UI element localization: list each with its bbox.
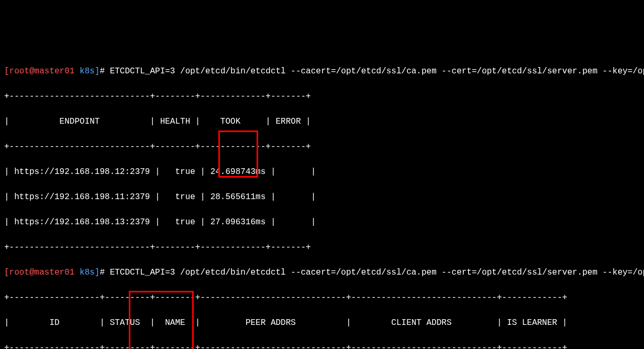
table1-row-3: | https://192.168.198.13:2379 | true | 2…: [4, 216, 640, 228]
table2-header: | ID | STATUS | NAME | PEER ADDRS | CLIE…: [4, 317, 640, 329]
prompt-hash: #: [99, 67, 109, 76]
table1-border-mid: +----------------------------+--------+-…: [4, 140, 640, 153]
terminal-output: [root@master01 k8s]# ETCDCTL_API=3 /opt/…: [4, 52, 640, 349]
table1-border-bottom: +----------------------------+--------+-…: [4, 241, 640, 254]
table1-row-2: | https://192.168.198.11:2379 | true | 2…: [4, 191, 640, 203]
prompt-user: [root@master01: [4, 67, 74, 76]
prompt-line-1: [root@master01 k8s]# ETCDCTL_API=3 /opt/…: [4, 65, 640, 78]
prompt-hash-2: #: [99, 268, 109, 277]
table2-border-mid: +------------------+---------+--------+-…: [4, 342, 640, 349]
table1-border-top: +----------------------------+--------+-…: [4, 90, 640, 103]
table1-header: | ENDPOINT | HEALTH | TOOK | ERROR |: [4, 115, 640, 128]
prompt-path-2: k8s]: [74, 268, 99, 277]
table2-border-top: +------------------+---------+--------+-…: [4, 291, 640, 304]
command-2: ETCDCTL_API=3 /opt/etcd/bin/etcdctl --ca…: [110, 268, 644, 277]
table1-row-1: | https://192.168.198.12:2379 | true | 2…: [4, 166, 640, 178]
prompt-line-2: [root@master01 k8s]# ETCDCTL_API=3 /opt/…: [4, 266, 640, 279]
prompt-user-2: [root@master01: [4, 268, 74, 277]
command-1: ETCDCTL_API=3 /opt/etcd/bin/etcdctl --ca…: [110, 67, 644, 76]
prompt-path: k8s]: [74, 67, 99, 76]
